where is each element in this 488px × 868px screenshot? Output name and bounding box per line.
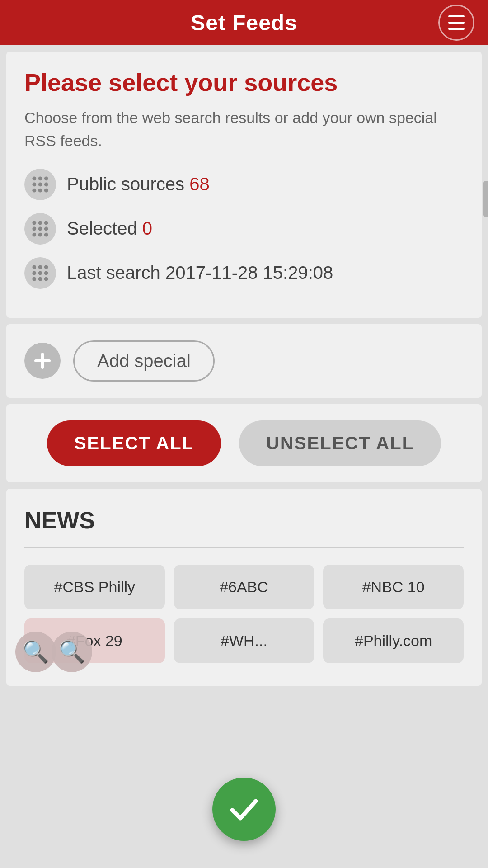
svg-point-1 [38, 176, 42, 180]
app-header: Set Feeds [0, 0, 488, 45]
page-title: Set Feeds [191, 10, 297, 35]
svg-point-23 [44, 271, 48, 275]
svg-point-11 [44, 221, 48, 225]
public-sources-label: Public sources 68 [67, 174, 210, 194]
zoom-out-icon: 🔍 [52, 632, 92, 672]
svg-point-25 [38, 277, 42, 281]
public-sources-row: Public sources 68 [24, 169, 464, 200]
svg-rect-28 [34, 359, 51, 362]
add-special-button[interactable]: Add special [73, 340, 215, 382]
svg-point-8 [44, 189, 48, 193]
svg-point-26 [44, 277, 48, 281]
last-search-icon [24, 257, 56, 289]
last-search-label: Last search 2017-11-28 15:29:08 [67, 263, 333, 283]
svg-point-19 [38, 265, 42, 269]
news-section-title: NEWS [24, 507, 464, 534]
add-special-card: Add special [6, 324, 482, 398]
public-sources-icon [24, 169, 56, 200]
select-all-button[interactable]: SELECT ALL [47, 420, 221, 466]
svg-point-18 [32, 265, 36, 269]
card-main-title: Please select your sources [24, 68, 464, 97]
unselect-all-button[interactable]: UNSELECT ALL [239, 420, 441, 466]
news-chip-wh[interactable]: #WH... [174, 618, 314, 663]
svg-point-14 [44, 226, 48, 231]
news-chip-fox29[interactable]: #Fox 29 🔍 🔍 [24, 618, 165, 663]
svg-point-5 [44, 182, 48, 186]
selected-label: Selected 0 [67, 218, 152, 239]
svg-point-22 [38, 271, 42, 275]
svg-point-3 [32, 182, 36, 186]
svg-point-6 [32, 189, 36, 193]
card-subtitle: Choose from the web search results or ad… [24, 106, 464, 152]
svg-point-7 [38, 189, 42, 193]
svg-point-21 [32, 271, 36, 275]
news-chip-nbc10[interactable]: #NBC 10 [323, 565, 464, 609]
selected-icon [24, 213, 56, 245]
svg-point-9 [32, 221, 36, 225]
scrollbar-indicator [483, 181, 488, 217]
confirm-fab[interactable] [212, 778, 276, 841]
menu-button[interactable] [438, 5, 474, 41]
svg-point-2 [44, 176, 48, 180]
menu-icon-line2 [448, 22, 465, 24]
news-divider [24, 547, 464, 548]
zoom-in-icon: 🔍 [15, 632, 56, 672]
menu-icon-line1 [448, 15, 465, 17]
info-card: Please select your sources Choose from t… [6, 52, 482, 318]
news-chip-6abc[interactable]: #6ABC [174, 565, 314, 609]
svg-point-16 [38, 233, 42, 237]
svg-point-10 [38, 221, 42, 225]
svg-point-12 [32, 226, 36, 231]
svg-point-17 [44, 233, 48, 237]
select-actions-card: SELECT ALL UNSELECT ALL [6, 404, 482, 482]
zoom-overlay: 🔍 🔍 [15, 632, 92, 672]
svg-point-20 [44, 265, 48, 269]
last-search-row: Last search 2017-11-28 15:29:08 [24, 257, 464, 289]
menu-icon-line3 [448, 28, 465, 30]
svg-point-24 [32, 277, 36, 281]
svg-point-4 [38, 182, 42, 186]
add-plus-button[interactable] [24, 343, 61, 379]
selected-row: Selected 0 [24, 213, 464, 245]
svg-point-15 [32, 233, 36, 237]
news-card: NEWS #CBS Philly #6ABC #NBC 10 #Fox 29 🔍… [6, 489, 482, 686]
news-chips-grid: #CBS Philly #6ABC #NBC 10 #Fox 29 🔍 🔍 #W… [24, 565, 464, 663]
news-chip-cbs-philly[interactable]: #CBS Philly [24, 565, 165, 609]
svg-point-13 [38, 226, 42, 231]
svg-point-0 [32, 176, 36, 180]
news-chip-philly-com[interactable]: #Philly.com [323, 618, 464, 663]
